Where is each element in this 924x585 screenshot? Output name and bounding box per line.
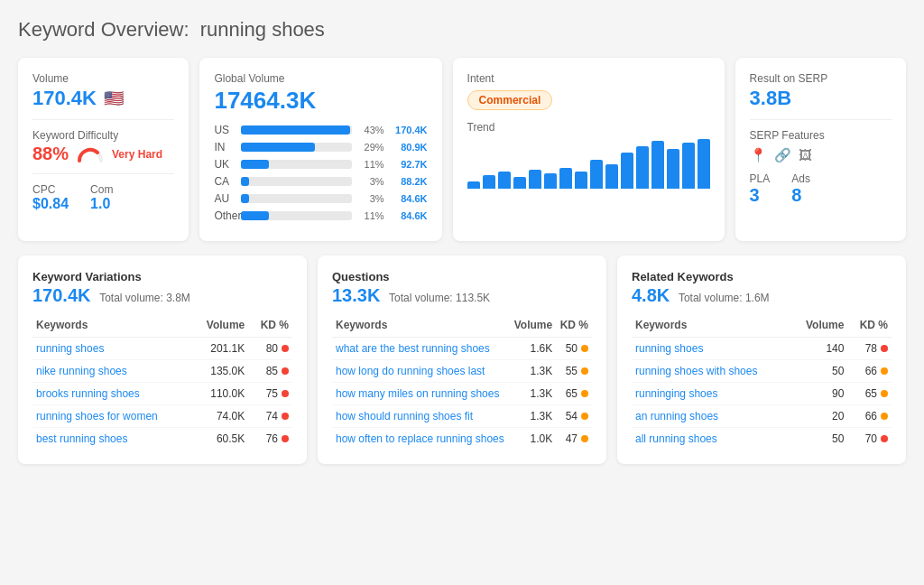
kd-dot	[282, 413, 289, 420]
table-row: nike running shoes 135.0K 85	[32, 360, 292, 383]
kd-value: 88%	[32, 144, 69, 164]
kd-dot	[881, 390, 888, 397]
kw-link[interactable]: running shoes with shoes	[632, 360, 791, 383]
cpc-com-row: CPC $0.84 Com 1.0	[32, 183, 174, 212]
kw-link[interactable]: how long do running shoes last	[332, 360, 510, 383]
kd-dot	[282, 390, 289, 397]
trend-bars	[467, 139, 710, 189]
kv-section-title: Keyword Variations	[32, 270, 292, 283]
table-row: all running shoes 50 70	[632, 428, 892, 450]
kd-dot	[581, 413, 588, 420]
trend-bar	[698, 139, 710, 189]
trend-bar	[621, 153, 633, 189]
bar-country: AU	[214, 192, 234, 205]
bar-pct: 11%	[359, 159, 384, 170]
q-col-kd: KD %	[556, 315, 592, 338]
volume-label: Volume	[32, 72, 174, 85]
kd-cell: 75	[248, 383, 292, 405]
trend-bar	[575, 172, 587, 189]
rk-table: Keywords Volume KD % running shoes 140 7…	[632, 315, 892, 450]
pla-item: PLA 3	[750, 172, 771, 206]
global-label: Global Volume	[214, 72, 427, 85]
vol-cell: 1.6K	[510, 338, 556, 360]
kw-link[interactable]: best running shoes	[32, 428, 192, 450]
kv-col-kw: Keywords	[32, 315, 192, 338]
bar-fill	[241, 194, 248, 203]
table-row: brooks running shoes 110.0K 75	[32, 383, 292, 405]
rk-total-vol: Total volume: 1.6M	[679, 292, 770, 304]
bar-track	[241, 125, 351, 135]
bar-fill	[241, 177, 248, 186]
bar-fill	[241, 125, 350, 135]
bar-fill	[241, 160, 269, 169]
location-icon: 📍	[750, 147, 767, 163]
trend-bar	[682, 143, 695, 189]
kv-col-kd: KD %	[248, 315, 292, 338]
bar-num: 170.4K	[392, 125, 428, 135]
kw-link[interactable]: all running shoes	[632, 428, 791, 450]
q-table: Keywords Volume KD % what are the best r…	[332, 315, 592, 450]
trend-bar	[667, 149, 679, 189]
kw-link[interactable]: how many miles on running shoes	[332, 383, 510, 405]
cpc-value: $0.84	[32, 196, 69, 211]
bar-row: US 43% 170.4K	[214, 124, 427, 136]
bar-pct: 43%	[359, 125, 384, 135]
kd-dot	[881, 345, 888, 352]
kd-cell: 66	[847, 360, 892, 383]
com-label: Com	[90, 183, 113, 196]
kw-link[interactable]: running shoes for women	[32, 405, 192, 428]
q-section-title: Questions	[332, 270, 592, 283]
kd-cell: 70	[847, 428, 892, 450]
trend-bar	[544, 173, 557, 189]
volume-value: 170.4K	[32, 87, 97, 110]
table-row: running shoes for women 74.0K 74	[32, 405, 292, 428]
kd-cell: 74	[248, 405, 292, 428]
kd-dot	[282, 435, 289, 442]
bar-row: AU 3% 84.6K	[214, 192, 427, 205]
table-row: an running shoes 20 66	[632, 405, 892, 428]
bar-track	[241, 177, 351, 186]
kd-dot	[881, 435, 888, 442]
com-item: Com 1.0	[90, 183, 113, 212]
kd-cell: 85	[248, 360, 292, 383]
q-col-kw: Keywords	[332, 315, 510, 338]
bar-country: CA	[214, 175, 234, 188]
rk-count: 4.8K	[632, 285, 670, 305]
link-icon: 🔗	[774, 147, 791, 163]
table-row: running shoes 201.1K 80	[32, 338, 292, 360]
image-icon: 🖼	[799, 147, 812, 163]
bar-track	[241, 160, 351, 169]
kw-link[interactable]: what are the best running shoes	[332, 338, 510, 360]
bar-country: US	[214, 124, 234, 136]
kd-cell: 80	[248, 338, 292, 360]
kw-link[interactable]: how should running shoes fit	[332, 405, 510, 428]
vol-cell: 1.3K	[510, 383, 556, 405]
table-row: how should running shoes fit 1.3K 54	[332, 405, 592, 428]
kw-link[interactable]: nike running shoes	[32, 360, 192, 383]
vol-cell: 1.0K	[510, 428, 556, 450]
table-row: running shoes 140 78	[632, 338, 892, 360]
table-row: what are the best running shoes 1.6K 50	[332, 338, 592, 360]
kw-link[interactable]: runninging shoes	[632, 383, 791, 405]
ads-value: 8	[791, 185, 801, 205]
vol-cell: 140	[791, 338, 847, 360]
trend-bar	[605, 164, 618, 190]
table-row: how many miles on running shoes 1.3K 65	[332, 383, 592, 405]
kw-link[interactable]: brooks running shoes	[32, 383, 192, 405]
kw-link[interactable]: how often to replace running shoes	[332, 428, 510, 450]
table-row: how long do running shoes last 1.3K 55	[332, 360, 592, 383]
kd-cell: 50	[556, 338, 592, 360]
pla-label: PLA	[750, 172, 771, 185]
bar-num: 88.2K	[392, 176, 428, 187]
cpc-label: CPC	[32, 183, 69, 196]
q-col-vol: Volume	[510, 315, 556, 338]
kd-dot	[581, 390, 588, 397]
pla-ads-row: PLA 3 Ads 8	[750, 172, 892, 206]
kw-link[interactable]: running shoes	[32, 338, 192, 360]
kw-link[interactable]: running shoes	[632, 338, 791, 360]
questions-card: Questions 13.3K Total volume: 113.5K Key…	[318, 255, 606, 464]
bar-row: UK 11% 92.7K	[214, 158, 427, 171]
cpc-item: CPC $0.84	[32, 183, 69, 212]
kw-link[interactable]: an running shoes	[632, 405, 791, 428]
volume-card: Volume 170.4K 🇺🇸 Keyword Difficulty 88% …	[18, 58, 189, 241]
